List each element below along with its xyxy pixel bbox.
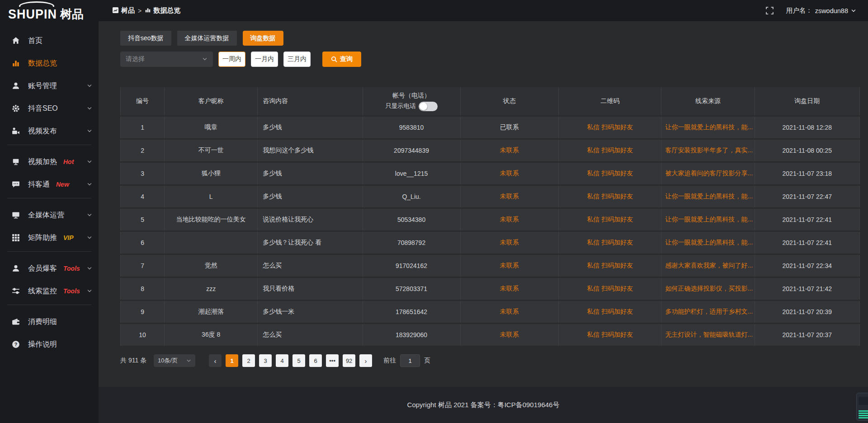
chevron-down-icon xyxy=(87,182,92,187)
cell-id: 4 xyxy=(120,186,165,207)
page-button-3[interactable]: 3 xyxy=(259,354,272,367)
help-icon: ? xyxy=(12,340,21,348)
cell-source[interactable]: 让你一眼就爱上的黑科技，能... xyxy=(661,186,755,207)
col-account: 帐号（电话） 只显示电话 xyxy=(363,87,461,115)
cell-status: 未联系 xyxy=(461,278,559,300)
cell-content: 多少钱？让我死心 看 xyxy=(258,232,363,254)
next-page-button[interactable]: › xyxy=(359,354,372,367)
total-count: 共 911 条 xyxy=(120,357,146,365)
chevron-down-icon xyxy=(87,212,92,218)
range-button-1[interactable]: 一月内 xyxy=(251,52,278,67)
tab-2[interactable]: 询盘数据 xyxy=(243,31,283,46)
cell-source[interactable]: 被大家追着问的客厅投影分享... xyxy=(661,163,755,184)
sidebar-item-10[interactable]: 线索监控Tools xyxy=(0,280,99,302)
filter-bar: 请选择 一周内一月内三月内 查询 xyxy=(120,52,860,67)
cell-nickname: 不可一世 xyxy=(165,140,258,161)
page-size-select[interactable]: 10条/页 xyxy=(154,354,195,367)
cell-date: 2021-11-07 21:42 xyxy=(755,278,860,300)
sidebar-item-4[interactable]: 视频发布 xyxy=(0,120,99,142)
sidebar-item-7[interactable]: 全媒体运营 xyxy=(0,204,99,226)
user-menu[interactable]: 用户名： zswodun88 xyxy=(786,6,856,15)
cell-qr[interactable]: 私信 扫码加好友 xyxy=(559,186,661,207)
cell-content: 我想问这个多少钱 xyxy=(258,140,363,161)
app-logo[interactable]: SHUPIN 树品 xyxy=(0,0,99,22)
cell-account: 178651642 xyxy=(363,301,461,323)
cell-source[interactable]: 无主灯设计，智能磁吸轨道灯... xyxy=(661,324,755,346)
cell-qr[interactable]: 私信 扫码加好友 xyxy=(559,255,661,277)
search-icon xyxy=(331,56,337,62)
breadcrumb-app[interactable]: 树品 xyxy=(112,6,135,15)
sidebar-item-6[interactable]: 抖客通New xyxy=(0,173,99,196)
cell-qr[interactable]: 私信 扫码加好友 xyxy=(559,163,661,184)
cell-source[interactable]: 如何正确选择投影仪，买投影... xyxy=(661,278,755,300)
filter-select[interactable]: 请选择 xyxy=(120,52,213,67)
cell-qr[interactable]: 私信 扫码加好友 xyxy=(559,140,661,161)
cell-qr[interactable]: 私信 扫码加好友 xyxy=(559,209,661,230)
cell-content: 多少钱 xyxy=(258,186,363,207)
sidebar-item-11[interactable]: 消费明细 xyxy=(0,310,99,333)
member-icon xyxy=(12,264,21,273)
fullscreen-icon[interactable] xyxy=(766,7,774,14)
video-heat-icon xyxy=(12,158,21,166)
cell-qr[interactable]: 私信 扫码加好友 xyxy=(559,301,661,323)
page-button-1[interactable]: 1 xyxy=(226,354,238,367)
page-button-5[interactable]: 5 xyxy=(292,354,305,367)
page-button-4[interactable]: 4 xyxy=(276,354,288,367)
table-row: 9潮起潮落多少钱一米178651642未联系私信 扫码加好友多功能护栏灯，适用于… xyxy=(120,301,860,323)
cell-date: 2021-11-08 00:25 xyxy=(755,140,860,161)
badge: Tools xyxy=(63,265,80,272)
goto-label: 前往 xyxy=(383,357,396,365)
table-row: 8zzz我只看价格572803371未联系私信 扫码加好友如何正确选择投影仪，买… xyxy=(120,278,860,300)
page-button-6[interactable]: 6 xyxy=(309,354,322,367)
cell-status: 未联系 xyxy=(461,140,559,161)
sidebar-item-8[interactable]: 矩阵助推VIP xyxy=(0,226,99,249)
tab-1[interactable]: 全媒体运营数据 xyxy=(177,31,237,46)
cell-nickname xyxy=(165,232,258,254)
cell-date: 2021-11-07 23:18 xyxy=(755,163,860,184)
page-ellipsis[interactable]: ••• xyxy=(326,354,339,367)
copyright-text: Copyright 树品 2021 备案号：粤ICP备09019646号 xyxy=(407,401,560,409)
divider xyxy=(7,198,91,198)
cell-account: love__1215 xyxy=(363,163,461,184)
floating-widget[interactable] xyxy=(856,393,868,421)
sidebar-item-2[interactable]: 账号管理 xyxy=(0,75,99,97)
cell-id: 9 xyxy=(120,301,165,323)
phone-only-toggle[interactable] xyxy=(419,102,438,111)
search-button[interactable]: 查询 xyxy=(322,52,361,67)
sidebar-item-3[interactable]: 抖音SEO xyxy=(0,97,99,120)
cell-status: 未联系 xyxy=(461,163,559,184)
tab-0[interactable]: 抖音seo数据 xyxy=(120,31,171,46)
sidebar-item-5[interactable]: 视频加热Hot xyxy=(0,150,99,173)
cell-source[interactable]: 多功能护栏灯，适用于乡村文... xyxy=(661,301,755,323)
cell-date: 2021-11-07 20:39 xyxy=(755,301,860,323)
table-row: 6多少钱？让我死心 看70898792未联系私信 扫码加好友让你一眼就爱上的黑科… xyxy=(120,232,860,254)
prev-page-button[interactable]: ‹ xyxy=(209,354,222,367)
cell-source[interactable]: 让你一眼就爱上的黑科技，能... xyxy=(661,232,755,254)
sidebar-item-9[interactable]: 会员爆客Tools xyxy=(0,257,99,280)
cell-account: 50534380 xyxy=(363,209,461,230)
cell-qr[interactable]: 私信 扫码加好友 xyxy=(559,232,661,254)
cell-source[interactable]: 让你一眼就爱上的黑科技，能... xyxy=(661,117,755,138)
page-button-2[interactable]: 2 xyxy=(242,354,255,367)
cell-nickname: L xyxy=(165,186,258,207)
range-button-2[interactable]: 三月内 xyxy=(283,52,311,67)
cell-id: 1 xyxy=(120,117,165,138)
chart-icon xyxy=(12,59,21,67)
sidebar-item-12[interactable]: ?操作说明 xyxy=(0,333,99,356)
sidebar-item-0[interactable]: 首页 xyxy=(0,29,99,52)
cell-source[interactable]: 让你一眼就爱上的黑科技，能... xyxy=(661,209,755,230)
breadcrumb-page[interactable]: 数据总览 xyxy=(145,6,180,15)
cell-qr[interactable]: 私信 扫码加好友 xyxy=(559,278,661,300)
chevron-down-icon xyxy=(87,235,92,240)
page-button-92[interactable]: 92 xyxy=(343,354,355,367)
cell-source[interactable]: 客厅安装投影半年多了，真实... xyxy=(661,140,755,161)
divider xyxy=(7,251,91,252)
cell-source[interactable]: 感谢大家喜欢我家，被问了好... xyxy=(661,255,755,277)
table-row: 7觉然怎么买917024162未联系私信 扫码加好友感谢大家喜欢我家，被问了好.… xyxy=(120,255,860,277)
cell-qr[interactable]: 私信 扫码加好友 xyxy=(559,324,661,346)
cell-qr[interactable]: 私信 扫码加好友 xyxy=(559,117,661,138)
range-button-0[interactable]: 一周内 xyxy=(218,52,245,67)
cell-status: 已联系 xyxy=(461,117,559,138)
sidebar-item-1[interactable]: 数据总览 xyxy=(0,52,99,75)
goto-page-input[interactable] xyxy=(400,354,420,367)
